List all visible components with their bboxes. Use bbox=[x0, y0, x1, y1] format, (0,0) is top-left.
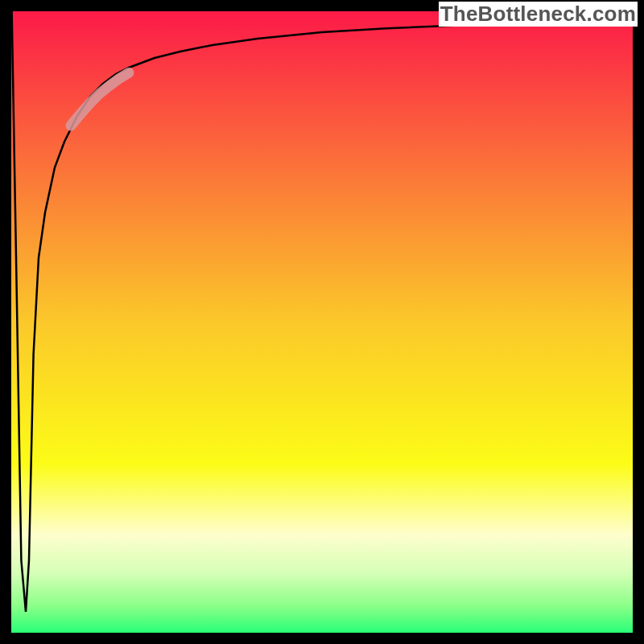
plot-area bbox=[0, 0, 644, 644]
bottleneck-chart: TheBottleneck.com bbox=[0, 0, 644, 644]
chart-svg bbox=[0, 0, 644, 644]
watermark-label: TheBottleneck.com bbox=[439, 2, 638, 27]
